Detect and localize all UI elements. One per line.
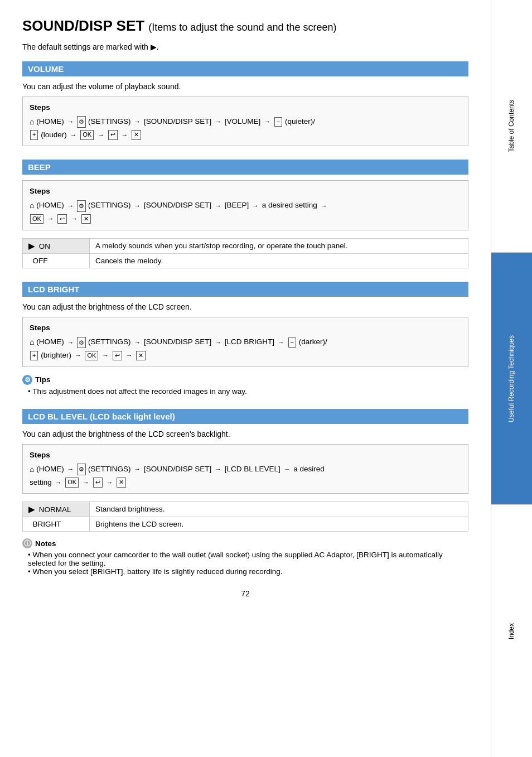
arrow1: → — [67, 118, 74, 126]
arrow-l7: → — [126, 351, 133, 359]
arrow-b5: → — [321, 202, 327, 210]
home-icon4: ⌂ — [30, 465, 34, 474]
arrow2: → — [134, 118, 141, 126]
arrow-b6: → — [47, 215, 54, 223]
arrow-l2: → — [134, 339, 141, 346]
beep-steps-label: Steps — [30, 185, 461, 198]
beep-header: BEEP — [22, 160, 468, 175]
lcd-bright-header: LCD BRIGHT — [22, 282, 468, 297]
option-name: ▶ NORMAL — [23, 502, 90, 517]
sidebar-table-of-contents[interactable]: Table of Contents — [491, 0, 532, 253]
table-row: ▶ ON A melody sounds when you start/stop… — [23, 239, 468, 254]
ok-icon3: OK — [85, 351, 98, 360]
option-description: Standard brightness. — [90, 502, 468, 517]
back-icon2: ↩ — [57, 214, 67, 224]
volume-header: VOLUME — [22, 61, 468, 76]
table-row: BRIGHT Brightens the LCD screen. — [23, 517, 468, 532]
back-icon4: ↩ — [93, 478, 103, 487]
arrow-b3: → — [215, 202, 221, 210]
lcd-bl-options-table: ▶ NORMAL Standard brightness. BRIGHT Bri… — [22, 502, 468, 532]
sidebar-label-index: Index — [507, 623, 516, 639]
option-description: A melody sounds when you start/stop reco… — [90, 239, 468, 254]
sidebar-useful-recording[interactable]: Useful Recording Techniques — [491, 253, 532, 505]
volume-steps-content: ⌂ (HOME) → ⚙ (SETTINGS) → [SOUND/DISP SE… — [30, 115, 461, 142]
home-icon2: ⌂ — [30, 201, 34, 210]
default-marker: ▶ — [28, 242, 35, 250]
title-main: SOUND/DISP SET — [22, 17, 144, 34]
tips-item: This adjustment does not affect the reco… — [28, 387, 468, 396]
page-number: 72 — [22, 589, 468, 598]
page-title: SOUND/DISP SET (Items to adjust the soun… — [22, 17, 468, 36]
arrow-l1: → — [67, 339, 74, 346]
lcd-bright-steps: Steps ⌂ (HOME) → ⚙ (SETTINGS) → [SOUND/D… — [22, 317, 468, 367]
lcd-bright-section: LCD BRIGHT You can adjust the brightness… — [22, 282, 468, 396]
title-subtitle: (Items to adjust the sound and the scree… — [148, 22, 336, 33]
arrow6: → — [98, 131, 104, 139]
quieter-icon: − — [274, 117, 282, 127]
beep-steps: Steps ⌂ (HOME) → ⚙ (SETTINGS) → [SOUND/D… — [22, 180, 468, 230]
lcd-bl-level-steps: Steps ⌂ (HOME) → ⚙ (SETTINGS) → [SOUND/D… — [22, 444, 468, 494]
sidebar-label-recording: Useful Recording Techniques — [507, 335, 516, 422]
notes-item: When you connect your camcorder to the w… — [28, 551, 468, 567]
home-icon: ⌂ — [30, 117, 34, 126]
arrow4: → — [264, 118, 270, 126]
arrow-b1: → — [67, 202, 74, 210]
arrow-lb2: → — [134, 465, 141, 473]
notes-list: When you connect your camcorder to the w… — [22, 551, 468, 576]
option-name: OFF — [23, 254, 90, 268]
option-description: Cancels the melody. — [90, 254, 468, 268]
tips-list: This adjustment does not affect the reco… — [22, 387, 468, 396]
settings-icon2: ⚙ — [77, 200, 86, 212]
arrow-l6: → — [102, 351, 109, 359]
notes-block: ⓘ Notes When you connect your camcorder … — [22, 538, 468, 576]
arrow-lb1: → — [67, 465, 74, 473]
volume-description: You can adjust the volume of playback so… — [22, 82, 468, 91]
settings-icon3: ⚙ — [77, 337, 86, 349]
back-icon3: ↩ — [113, 351, 122, 360]
notes-header: ⓘ Notes — [22, 538, 468, 548]
tips-block: ⚙ Tips This adjustment does not affect t… — [22, 375, 468, 396]
option-name: BRIGHT — [23, 517, 90, 532]
lcd-bl-level-steps-content: ⌂ (HOME) → ⚙ (SETTINGS) → [SOUND/DISP SE… — [30, 463, 461, 489]
default-note: The default settings are marked with ▶. — [22, 42, 468, 51]
arrow5: → — [70, 131, 76, 139]
arrow-l5: → — [75, 351, 81, 359]
beep-section: BEEP Steps ⌂ (HOME) → ⚙ (SETTINGS) → [SO… — [22, 160, 468, 268]
close-icon4: ✕ — [117, 478, 126, 487]
arrow-lb4: → — [284, 465, 291, 473]
lcd-bright-steps-content: ⌂ (HOME) → ⚙ (SETTINGS) → [SOUND/DISP SE… — [30, 336, 461, 362]
table-row: ▶ NORMAL Standard brightness. — [23, 502, 468, 517]
table-row: OFF Cancels the melody. — [23, 254, 468, 268]
lcd-bright-description: You can adjust the brightness of the LCD… — [22, 302, 468, 311]
arrow-lb5: → — [55, 479, 62, 486]
close-icon: ✕ — [132, 130, 141, 139]
lcd-bright-steps-label: Steps — [30, 322, 461, 335]
tips-header: ⚙ Tips — [22, 375, 468, 385]
lcd-bl-level-section: LCD BL LEVEL (LCD back light level) You … — [22, 409, 468, 576]
volume-steps: Steps ⌂ (HOME) → ⚙ (SETTINGS) → [SOUND/D… — [22, 97, 468, 147]
option-description: Brightens the LCD screen. — [90, 517, 468, 532]
lcd-bl-level-steps-label: Steps — [30, 449, 461, 462]
home-icon3: ⌂ — [30, 337, 34, 346]
arrow-b4: → — [252, 202, 259, 210]
close-icon3: ✕ — [136, 351, 146, 360]
arrow3: → — [215, 118, 221, 126]
beep-options-table: ▶ ON A melody sounds when you start/stop… — [22, 238, 468, 268]
volume-steps-label: Steps — [30, 102, 461, 114]
sidebar-label-toc: Table of Contents — [507, 100, 516, 152]
ok-icon2: OK — [30, 214, 43, 224]
arrow-b7: → — [71, 215, 78, 223]
arrow-b2: → — [134, 202, 141, 210]
ok-icon: OK — [80, 130, 94, 139]
arrow-l4: → — [278, 339, 284, 346]
arrow-l3: → — [215, 339, 221, 346]
tips-label: Tips — [35, 375, 51, 384]
default-marker2: ▶ — [28, 505, 35, 514]
back-icon: ↩ — [108, 130, 118, 139]
option-name: ▶ ON — [23, 239, 90, 254]
sidebar-index[interactable]: Index — [491, 505, 532, 757]
beep-steps-content: ⌂ (HOME) → ⚙ (SETTINGS) → [SOUND/DISP SE… — [30, 199, 461, 225]
arrow-lb6: → — [83, 479, 89, 486]
tips-icon: ⚙ — [22, 375, 32, 385]
settings-icon4: ⚙ — [77, 464, 86, 475]
